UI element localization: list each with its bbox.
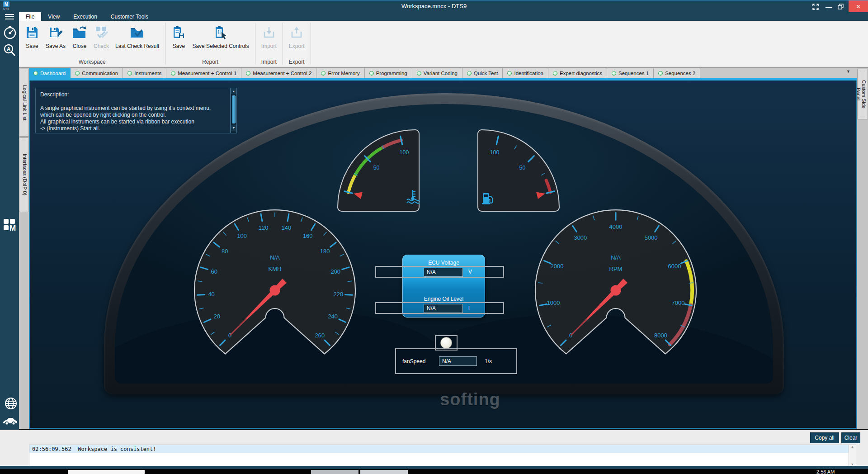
report-save-selected-controls-button[interactable]: Save Selected Controls [189, 22, 252, 58]
car-icon[interactable] [2, 415, 18, 428]
clear-button[interactable]: Clear [841, 432, 860, 443]
tab-sequences-1[interactable]: Sequences 1 [607, 68, 654, 78]
coolant-temperature-gauge[interactable]: 50100 [337, 129, 420, 212]
tab-label: Programming [376, 71, 407, 76]
tab-measurement-control-2[interactable]: Measurement + Control 2 [241, 68, 316, 78]
svg-text:50: 50 [519, 165, 525, 171]
description-line: All graphical instruments can be started… [40, 118, 226, 125]
svg-text:100: 100 [400, 149, 409, 156]
search-text-icon[interactable]: A [3, 43, 17, 60]
workspace-close-button[interactable]: Close [69, 22, 90, 58]
tab-status-icon [246, 71, 250, 76]
fan-speed-input[interactable] [439, 356, 477, 366]
minimize-icon[interactable]: — [823, 0, 835, 13]
svg-text:7000: 7000 [671, 299, 684, 306]
sidebar-tab-interfaces-doip[interactable]: Interfaces (DoIP 0) [19, 137, 29, 212]
m-logo-icon[interactable]: M [3, 218, 17, 237]
tab-quick-test[interactable]: Quick Test [462, 68, 503, 78]
tab-communication[interactable]: Communication [71, 68, 123, 78]
scroll-down-icon[interactable]: ▼ [851, 463, 854, 466]
scrollbar-thumb[interactable] [232, 95, 236, 123]
fan-speed-unit: 1/s [485, 358, 492, 365]
tab-expert-diagnostics[interactable]: Expert diagnostics [548, 68, 607, 78]
clipboard-save-icon [171, 23, 186, 42]
sidebar-tab-custom-side-panel[interactable]: Custom Side Panel [857, 69, 868, 119]
import-button[interactable]: Import [258, 22, 280, 58]
tab-sequences-2[interactable]: Sequences 2 [654, 68, 700, 78]
tab-label: Variant Coding [424, 71, 458, 76]
export-button[interactable]: Export [286, 22, 308, 58]
scroll-up-icon[interactable]: ▲ [851, 445, 854, 448]
ribbon-group-label-workspace: Workspace [22, 58, 162, 66]
restore-icon[interactable] [835, 0, 846, 13]
workspace-save-button[interactable]: Save [22, 22, 42, 58]
close-icon[interactable]: × [849, 0, 868, 13]
svg-text:1000: 1000 [547, 299, 560, 306]
os-taskbar: 2:56 AM [0, 469, 868, 474]
tab-measurement-control-1[interactable]: Measurement + Control 1 [166, 68, 241, 78]
fullscreen-icon[interactable] [809, 0, 822, 13]
tab-identification[interactable]: Identification [503, 68, 548, 78]
svg-text:KMH: KMH [269, 265, 282, 272]
ecu-voltage-input[interactable] [424, 268, 463, 277]
description-text-block: Description: A single graphical instrume… [35, 88, 231, 133]
taskbar-item[interactable] [68, 470, 145, 474]
menu-customer-tools[interactable]: Customer Tools [104, 12, 155, 21]
tachometer-gauge[interactable]: 010002000300040005000600070008000N/ARPM [532, 204, 700, 358]
log-scrollbar[interactable]: ▲ ▼ [849, 445, 856, 466]
sidebar-tab-logical-link-list[interactable]: Logical Link List [19, 69, 29, 137]
log-entry[interactable]: 02:56:09.562 Workspace is consistent! [29, 445, 856, 453]
svg-text:140: 140 [281, 224, 291, 231]
tab-status-icon [321, 71, 326, 76]
tab-status-icon [127, 71, 132, 76]
workspace-save-as-button[interactable]: Save As [42, 22, 69, 58]
tab-dashboard[interactable]: Dashboard [29, 68, 71, 78]
speedometer-gauge[interactable]: 020406080100120140160180200220240260N/AK… [191, 204, 359, 358]
engine-oil-input[interactable] [424, 304, 463, 313]
tab-label: Dashboard [40, 71, 66, 76]
ribbon-group-label-export: Export [286, 58, 308, 66]
description-scrollbar[interactable]: ▲ ▼ [231, 88, 237, 133]
tab-error-memory[interactable]: Error Memory [316, 68, 364, 78]
page-tab-strip: DashboardCommunicationInstrumentsMeasure… [29, 68, 700, 78]
tab-variant-coding[interactable]: Variant Coding [412, 68, 462, 78]
svg-text:60: 60 [211, 268, 217, 275]
tab-status-icon [171, 71, 175, 76]
report-save-button[interactable]: Save [168, 22, 189, 58]
tab-programming[interactable]: Programming [365, 68, 412, 78]
log-message: Workspace is consistent! [78, 446, 156, 452]
tab-instruments[interactable]: Instruments [123, 68, 166, 78]
description-line: which can be opened by right clicking on… [40, 112, 226, 118]
fuel-level-gauge[interactable]: 50100 [477, 129, 560, 212]
import-arrow-icon [262, 23, 276, 42]
scroll-down-icon[interactable]: ▼ [231, 125, 236, 131]
copy-all-button[interactable]: Copy all [810, 432, 839, 443]
engine-oil-groupbox: l [375, 302, 504, 314]
left-vertical-tab-strip: Logical Link List Interfaces (DoIP 0) [19, 67, 29, 429]
hamburger-menu-icon[interactable] [5, 14, 14, 19]
scroll-up-icon[interactable]: ▲ [231, 88, 236, 94]
taskbar-clock: 2:56 AM [816, 469, 835, 474]
menu-file[interactable]: File [19, 12, 41, 21]
tab-status-icon [553, 71, 557, 76]
tab-label: Measurement + Control 2 [253, 71, 311, 76]
title-bar: M DTS Workspace.mncx - DTS9 — × [0, 0, 868, 12]
taskbar-item[interactable] [360, 470, 408, 474]
taskbar-item[interactable] [311, 470, 359, 474]
workspace-check-button[interactable]: Check [90, 22, 112, 58]
menu-view[interactable]: View [41, 12, 66, 21]
tab-overflow-chevron-down-icon[interactable]: ▼ [846, 69, 850, 74]
svg-text:120: 120 [259, 224, 269, 231]
tab-label: Sequences 1 [618, 71, 649, 76]
fan-speed-groupbox: fanSpeed 1/s [395, 348, 517, 374]
menu-execution[interactable]: Execution [66, 12, 104, 21]
globe-icon[interactable] [4, 396, 18, 412]
tab-label: Instruments [134, 71, 161, 76]
save-floppy-icon [25, 23, 39, 42]
instruments-gauge-icon[interactable] [2, 25, 18, 42]
log-list: 02:56:09.562 Workspace is consistent! ▲ … [29, 445, 856, 466]
tab-label: Identification [514, 71, 543, 76]
engine-oil-level-label: Engine Oil Level [403, 296, 485, 302]
tab-label: Quick Test [474, 71, 498, 76]
workspace-last-check-result-button[interactable]: Last Check Result [112, 22, 162, 58]
